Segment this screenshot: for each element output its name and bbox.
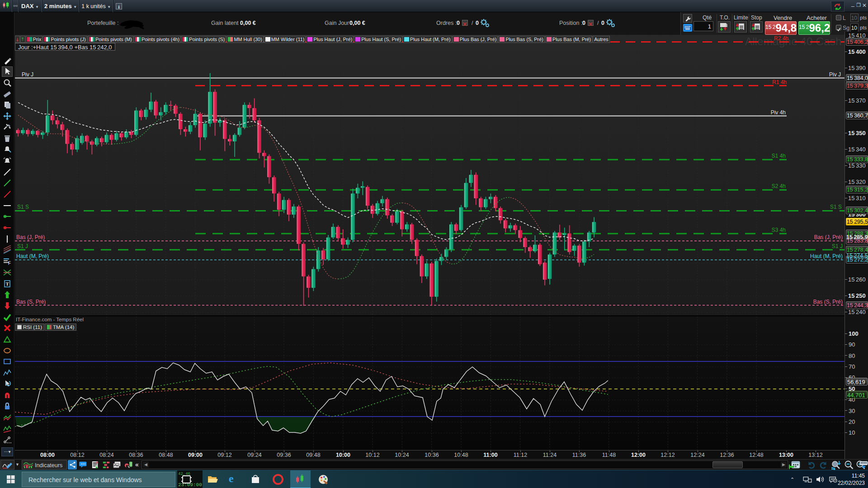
svg-text:Haut (M, Pré): Haut (M, Pré) [810, 253, 843, 259]
svg-text:Bas (S, Pré): Bas (S, Pré) [813, 299, 843, 305]
svg-text:Bas (J, Pré): Bas (J, Pré) [16, 234, 45, 240]
svg-text:F: F [8, 261, 11, 266]
svg-text:Bas (S, Pré): Bas (S, Pré) [16, 299, 46, 305]
svg-text:S3 4h: S3 4h [772, 227, 786, 233]
svg-text:Haut (M, Pré): Haut (M, Pré) [16, 253, 49, 259]
svg-text:Piv 4h: Piv 4h [771, 109, 786, 116]
svg-text:R2 4h: R2 4h [774, 35, 788, 42]
svg-text:S1 4h: S1 4h [772, 153, 786, 159]
svg-text:Bas (J, Pré): Bas (J, Pré) [814, 234, 843, 240]
svg-text:S1 J: S1 J [17, 243, 28, 249]
svg-text:Piv J: Piv J [829, 71, 841, 78]
svg-text:Piv J: Piv J [22, 71, 33, 78]
svg-text:S1 S: S1 S [830, 204, 842, 210]
svg-text:T: T [6, 281, 9, 286]
svg-text:S1 J: S1 J [832, 243, 843, 249]
svg-text:S1 S: S1 S [17, 204, 29, 210]
svg-text:R1 4h: R1 4h [772, 79, 787, 85]
svg-text:S2 4h: S2 4h [772, 183, 786, 189]
